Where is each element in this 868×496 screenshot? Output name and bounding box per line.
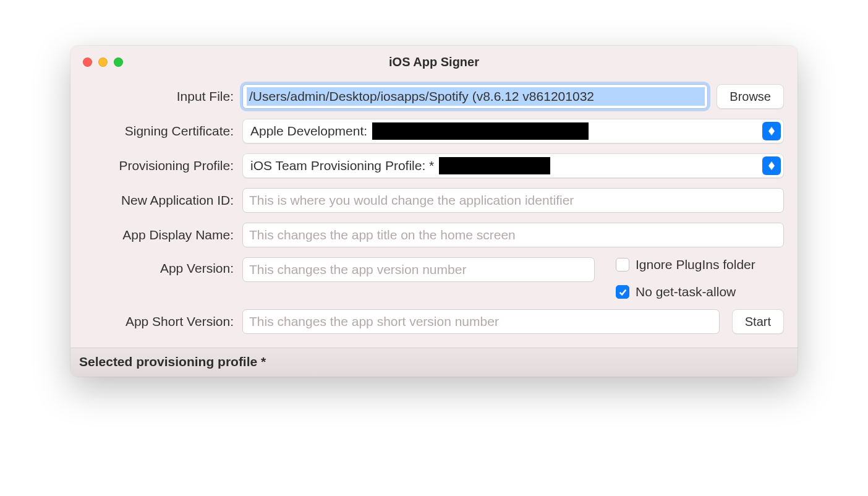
app-version-field[interactable]: [242, 257, 595, 282]
no-get-task-allow-checkbox[interactable]: [616, 285, 629, 299]
content-area: Input File: Browse Signing Certificate: …: [70, 78, 798, 348]
provisioning-profile-value: iOS Team Provisioning Profile: *: [250, 157, 550, 174]
row-provisioning: Provisioning Profile: iOS Team Provision…: [84, 153, 784, 178]
label-display-name: App Display Name:: [84, 228, 242, 242]
label-app-id: New Application ID:: [84, 193, 242, 208]
input-file-field[interactable]: [242, 84, 708, 109]
traffic-lights: [70, 58, 123, 67]
ignore-plugins-checkbox[interactable]: [616, 258, 629, 272]
app-short-version-field[interactable]: [242, 309, 720, 334]
signing-certificate-value: Apple Development:: [250, 122, 589, 140]
row-app-version: App Version: Ignore PlugIns folder No ge…: [84, 257, 784, 299]
chevron-updown-icon: [762, 122, 781, 140]
provisioning-text: iOS Team Provisioning Profile: *: [250, 158, 434, 173]
row-app-id: New Application ID:: [84, 188, 784, 213]
close-icon[interactable]: [83, 58, 92, 67]
row-short-version: App Short Version: Start: [84, 309, 784, 334]
minimize-icon[interactable]: [98, 58, 108, 67]
checkbox-group: Ignore PlugIns folder No get-task-allow: [616, 257, 755, 299]
signing-certificate-select[interactable]: Apple Development:: [242, 119, 784, 143]
label-provisioning: Provisioning Profile:: [84, 158, 242, 173]
chevron-updown-icon: [762, 156, 781, 175]
row-display-name: App Display Name:: [84, 223, 784, 247]
label-input-file: Input File:: [84, 89, 242, 104]
ignore-plugins-checkbox-row: Ignore PlugIns folder: [616, 257, 755, 272]
status-text: Selected provisioning profile *: [79, 354, 266, 369]
no-get-task-allow-checkbox-row: No get-task-allow: [616, 284, 755, 299]
browse-button[interactable]: Browse: [717, 84, 784, 109]
titlebar: iOS App Signer: [70, 46, 798, 78]
app-window: iOS App Signer Input File: Browse Signin…: [70, 46, 798, 377]
zoom-icon[interactable]: [114, 58, 123, 67]
label-short-version: App Short Version:: [84, 314, 242, 329]
app-display-name-field[interactable]: [242, 223, 784, 247]
redacted-block: [372, 122, 589, 140]
new-app-id-field[interactable]: [242, 188, 784, 213]
row-signing-cert: Signing Certificate: Apple Development:: [84, 119, 784, 143]
provisioning-profile-select[interactable]: iOS Team Provisioning Profile: *: [242, 153, 784, 178]
row-input-file: Input File: Browse: [84, 84, 784, 109]
no-get-task-allow-label: No get-task-allow: [636, 284, 736, 299]
ignore-plugins-label: Ignore PlugIns folder: [636, 257, 755, 272]
start-button[interactable]: Start: [732, 309, 784, 334]
signing-cert-text: Apple Development:: [250, 124, 367, 139]
status-bar: Selected provisioning profile *: [70, 348, 798, 377]
window-title: iOS App Signer: [70, 55, 798, 69]
redacted-block: [439, 157, 550, 174]
label-signing-cert: Signing Certificate:: [84, 124, 242, 139]
label-app-version: App Version:: [84, 257, 242, 276]
